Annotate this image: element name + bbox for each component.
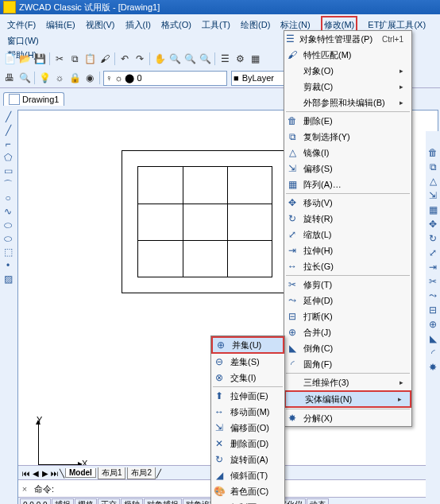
tab-next-icon[interactable]: ▶ — [41, 469, 50, 478]
tab-last-icon[interactable]: ⏭ — [50, 469, 60, 478]
copy-icon[interactable]: ⧉ — [68, 52, 81, 65]
menu-erase[interactable]: 🗑删除(E) — [284, 113, 411, 129]
menu-xref[interactable]: 外部参照和块编辑(B)▸ — [284, 95, 411, 110]
tp-icon[interactable]: ▦ — [249, 52, 261, 65]
stretch-tool-icon[interactable]: ⇥ — [427, 262, 438, 273]
open-icon[interactable]: 📂 — [18, 52, 31, 65]
submenu-moveface[interactable]: ↔移动面(M) — [211, 404, 284, 420]
menu-clip[interactable]: 剪裁(C)▸ — [284, 79, 411, 95]
ray-icon[interactable]: ╱ — [2, 125, 14, 136]
status-ortho[interactable]: 正交 — [98, 498, 120, 504]
zoomwin-icon[interactable]: 🔍 — [183, 52, 196, 65]
status-polar[interactable]: 极轴 — [121, 498, 143, 504]
preview-icon[interactable]: 🔍 — [18, 72, 31, 84]
extend-tool-icon[interactable]: ⤳ — [427, 290, 438, 301]
block-icon[interactable]: ⬚ — [2, 246, 14, 258]
status-snap[interactable]: 捕捉 — [52, 498, 74, 504]
layer3-icon[interactable]: 🔒 — [68, 72, 81, 84]
status-dyn[interactable]: 动态 — [307, 498, 329, 504]
layer2-icon[interactable]: ☼ — [53, 72, 66, 84]
submenu-rotateface[interactable]: ↻旋转面(A) — [211, 452, 284, 467]
rect-icon[interactable]: ▭ — [2, 165, 14, 176]
pan-icon[interactable]: ✋ — [153, 52, 166, 65]
menu-explode[interactable]: ✸分解(X) — [284, 410, 411, 426]
cut-icon[interactable]: ✂ — [53, 52, 66, 65]
menu-mirror[interactable]: △镜像(I) — [284, 145, 411, 161]
submenu-extrudeface[interactable]: ⬆拉伸面(E) — [211, 388, 284, 404]
adc-icon[interactable]: ⚙ — [234, 52, 246, 65]
polygon-icon[interactable]: ⬠ — [2, 152, 14, 163]
explode-tool-icon[interactable]: ✸ — [427, 362, 438, 373]
mirror-tool-icon[interactable]: △ — [427, 176, 438, 187]
menu-propmgr[interactable]: ☰对象特性管理器(P)Ctrl+1 — [284, 31, 411, 47]
pline-icon[interactable]: ⌐ — [2, 138, 14, 149]
menu-matchprop[interactable]: 🖌特性匹配(M) — [284, 47, 411, 63]
paste-icon[interactable]: 📋 — [83, 52, 96, 65]
zoomprev-icon[interactable]: 🔍 — [199, 52, 211, 65]
spline-icon[interactable]: ∿ — [2, 206, 14, 217]
scale-tool-icon[interactable]: ⤢ — [427, 247, 438, 258]
move-tool-icon[interactable]: ✥ — [427, 219, 438, 230]
cmd-close-icon[interactable]: × — [18, 484, 31, 494]
submenu-taperface[interactable]: ◢倾斜面(T) — [211, 467, 284, 483]
new-icon[interactable]: 📄 — [3, 52, 16, 65]
submenu-offsetface[interactable]: ⇲偏移面(O) — [211, 420, 284, 436]
arc-icon[interactable]: ⌒ — [2, 179, 14, 190]
menu-window[interactable]: 窗口(W) — [7, 33, 39, 48]
offset-tool-icon[interactable]: ⇲ — [427, 190, 438, 201]
menu-rotate[interactable]: ↻旋转(R) — [284, 211, 411, 227]
status-grid[interactable]: 栅格 — [75, 498, 97, 504]
erase-tool-icon[interactable]: 🗑 — [427, 147, 438, 158]
menu-array[interactable]: ▦阵列(A)… — [284, 176, 411, 192]
menu-edit[interactable]: 编辑(E) — [46, 17, 75, 32]
submenu-union[interactable]: ⊕并集(U) — [211, 336, 284, 354]
submenu-subtract[interactable]: ⊖差集(S) — [211, 354, 284, 370]
hatch-icon[interactable]: ▨ — [2, 273, 14, 285]
menu-fillet[interactable]: ◜圆角(F) — [284, 356, 411, 372]
break-tool-icon[interactable]: ⊟ — [427, 304, 438, 316]
tab-first-icon[interactable]: ⏮ — [21, 469, 31, 478]
zoom-icon[interactable]: 🔍 — [168, 52, 181, 65]
menu-chamfer[interactable]: ◣倒角(C) — [284, 340, 411, 356]
ellipsearc-icon[interactable]: ⬭ — [2, 233, 14, 244]
menu-file[interactable]: 文件(F) — [7, 17, 36, 32]
menu-copy[interactable]: ⧉复制选择(Y) — [284, 129, 411, 145]
line-icon[interactable]: ╱ — [2, 111, 14, 122]
layer4-icon[interactable]: ◉ — [83, 72, 96, 84]
circle-icon[interactable]: ○ — [2, 192, 14, 204]
tab-layout2[interactable]: 布局2 — [127, 467, 156, 479]
menu-extend[interactable]: ⤳延伸(D) — [284, 293, 411, 308]
redo-icon[interactable]: ↷ — [133, 52, 146, 65]
save-icon[interactable]: 💾 — [33, 52, 46, 65]
tab-prev-icon[interactable]: ◀ — [31, 469, 41, 478]
ellipse-icon[interactable]: ⬭ — [2, 219, 14, 231]
menu-move[interactable]: ✥移动(V) — [284, 195, 411, 211]
rotate-tool-icon[interactable]: ↻ — [427, 233, 438, 244]
menu-view[interactable]: 视图(V) — [86, 17, 115, 32]
submenu-deleteface[interactable]: ✕删除面(D) — [211, 436, 284, 452]
doc-tab-drawing1[interactable]: Drawing1 — [3, 92, 64, 106]
menu-trim[interactable]: ✂修剪(T) — [284, 277, 411, 293]
matchprop-icon[interactable]: 🖌 — [98, 52, 111, 65]
status-osnap[interactable]: 对象捕捉 — [144, 498, 182, 504]
menu-solidedit[interactable]: 实体编辑(N)▸ — [284, 390, 411, 408]
menu-3dops[interactable]: 三维操作(3)▸ — [284, 374, 411, 390]
menu-object[interactable]: 对象(O)▸ — [284, 63, 411, 79]
menu-stretch[interactable]: ⇥拉伸(H) — [284, 242, 411, 258]
menu-lengthen[interactable]: ↔拉长(G) — [284, 258, 411, 274]
tab-layout1[interactable]: 布局1 — [98, 467, 126, 479]
fillet-tool-icon[interactable]: ◜ — [427, 347, 438, 359]
menu-format[interactable]: 格式(O) — [161, 17, 191, 32]
menu-offset[interactable]: ⇲偏移(S) — [284, 161, 411, 176]
menu-scale[interactable]: ⤢缩放(L) — [284, 227, 411, 242]
chamfer-tool-icon[interactable]: ◣ — [427, 333, 438, 344]
menu-join[interactable]: ⊕合并(J) — [284, 324, 411, 340]
tab-model[interactable]: Model — [65, 468, 96, 478]
submenu-colorface[interactable]: 🎨着色面(C) — [211, 483, 284, 499]
layer-combo[interactable]: ♀ ☼ ⬤ 0 — [103, 71, 227, 86]
submenu-intersect[interactable]: ⊗交集(I) — [211, 370, 284, 386]
join-tool-icon[interactable]: ⊕ — [427, 319, 438, 330]
props-icon[interactable]: ☰ — [218, 52, 231, 65]
layer1-icon[interactable]: 💡 — [38, 72, 51, 84]
menu-tools[interactable]: 工具(T) — [202, 17, 230, 32]
